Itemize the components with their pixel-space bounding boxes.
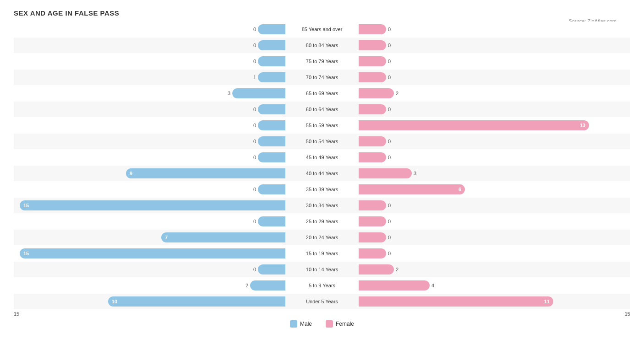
age-label: 20 to 24 Years	[285, 235, 359, 240]
chart-row: 0 60 to 64 Years 0	[14, 102, 630, 117]
right-section: 6	[359, 184, 630, 194]
age-label: 85 Years and over	[285, 27, 359, 32]
age-label: 10 to 14 Years	[285, 267, 359, 272]
left-section: 1	[14, 72, 285, 82]
male-value-outside: 0	[253, 27, 256, 32]
female-value: 6	[458, 187, 461, 192]
male-value: 7	[165, 235, 168, 240]
age-label: 25 to 29 Years	[285, 219, 359, 224]
age-label: 5 to 9 Years	[285, 283, 359, 288]
male-value-outside: 0	[253, 43, 256, 48]
right-section: 4	[359, 280, 630, 291]
age-label: 30 to 34 Years	[285, 203, 359, 208]
chart-row: 0 85 Years and over 0	[14, 22, 630, 37]
chart-row: 3 65 to 69 Years 2	[14, 86, 630, 101]
male-value: 9	[130, 171, 132, 176]
bar-female: 13	[359, 120, 589, 130]
bar-female	[359, 40, 386, 50]
bar-female	[359, 56, 386, 66]
female-value-outside: 2	[396, 267, 398, 272]
chart-row: 0 45 to 49 Years 0	[14, 150, 630, 165]
right-section: 0	[359, 72, 630, 82]
age-label: 60 to 64 Years	[285, 107, 359, 112]
female-value-outside: 0	[388, 75, 391, 80]
legend-female-box	[326, 320, 333, 328]
left-section: 15	[14, 200, 285, 210]
right-section: 2	[359, 88, 630, 98]
bar-male	[258, 40, 285, 50]
age-label: 55 to 59 Years	[285, 123, 359, 128]
left-section: 0	[14, 264, 285, 274]
left-section: 15	[14, 248, 285, 258]
bar-female	[359, 24, 386, 34]
male-value-outside: 0	[253, 219, 256, 224]
right-section: 11	[359, 296, 630, 307]
female-value-outside: 0	[388, 139, 391, 144]
axis-labels: 15 15	[14, 311, 630, 317]
chart-row: 0 55 to 59 Years 13	[14, 118, 630, 133]
bar-male: 7	[161, 232, 285, 242]
left-section: 0	[14, 104, 285, 114]
bar-female: 11	[359, 296, 553, 307]
left-section: 10	[14, 296, 285, 307]
bar-female	[359, 280, 430, 291]
age-label: 70 to 74 Years	[285, 75, 359, 80]
right-section: 3	[359, 168, 630, 178]
right-section: 0	[359, 152, 630, 162]
chart-row: 10 Under 5 Years 11	[14, 294, 630, 309]
chart-row: 1 70 to 74 Years 0	[14, 70, 630, 85]
bar-female	[359, 248, 386, 258]
right-section: 0	[359, 24, 630, 34]
right-section: 0	[359, 136, 630, 146]
bar-male	[258, 184, 285, 194]
bar-male	[258, 56, 285, 66]
legend-female-label: Female	[336, 321, 354, 327]
age-label: 40 to 44 Years	[285, 171, 359, 176]
chart-title: SEX AND AGE IN FALSE PASS	[14, 9, 630, 17]
male-value-outside: 0	[253, 59, 256, 64]
female-value-outside: 2	[396, 91, 398, 96]
age-label: 50 to 54 Years	[285, 139, 359, 144]
male-value-outside: 1	[253, 75, 256, 80]
bar-female	[359, 216, 386, 226]
age-label: 80 to 84 Years	[285, 43, 359, 48]
female-value-outside: 0	[388, 251, 391, 256]
bar-male: 9	[126, 168, 285, 178]
chart-row: 0 80 to 84 Years 0	[14, 38, 630, 53]
right-section: 0	[359, 200, 630, 210]
bar-female	[359, 136, 386, 146]
age-label: Under 5 Years	[285, 299, 359, 304]
male-value-outside: 0	[253, 123, 256, 128]
left-section: 0	[14, 216, 285, 226]
right-section: 0	[359, 248, 630, 258]
male-value-outside: 0	[253, 139, 256, 144]
right-section: 0	[359, 56, 630, 66]
age-label: 15 to 19 Years	[285, 251, 359, 256]
bar-male	[258, 216, 285, 226]
left-section: 0	[14, 152, 285, 162]
bar-female	[359, 104, 386, 114]
age-label: 45 to 49 Years	[285, 155, 359, 160]
bar-female	[359, 168, 412, 178]
bar-female: 6	[359, 184, 465, 194]
male-value-outside: 3	[228, 91, 230, 96]
bar-female	[359, 232, 386, 242]
bar-male: 15	[20, 248, 285, 258]
female-value-outside: 0	[388, 219, 391, 224]
male-value-outside: 0	[253, 187, 256, 192]
bar-male: 10	[108, 296, 285, 307]
female-value-outside: 0	[388, 59, 391, 64]
left-section: 0	[14, 136, 285, 146]
male-value-outside: 0	[253, 107, 256, 112]
right-section: 2	[359, 264, 630, 274]
right-section: 13	[359, 120, 630, 130]
axis-right: 15	[625, 311, 630, 317]
bar-female	[359, 264, 394, 274]
female-value-outside: 3	[414, 171, 416, 176]
female-value-outside: 0	[388, 27, 391, 32]
chart-row: 0 50 to 54 Years 0	[14, 134, 630, 149]
left-section: 7	[14, 232, 285, 242]
female-value-outside: 4	[431, 283, 434, 288]
chart-row: 15 30 to 34 Years 0	[14, 198, 630, 213]
bar-male	[258, 152, 285, 162]
